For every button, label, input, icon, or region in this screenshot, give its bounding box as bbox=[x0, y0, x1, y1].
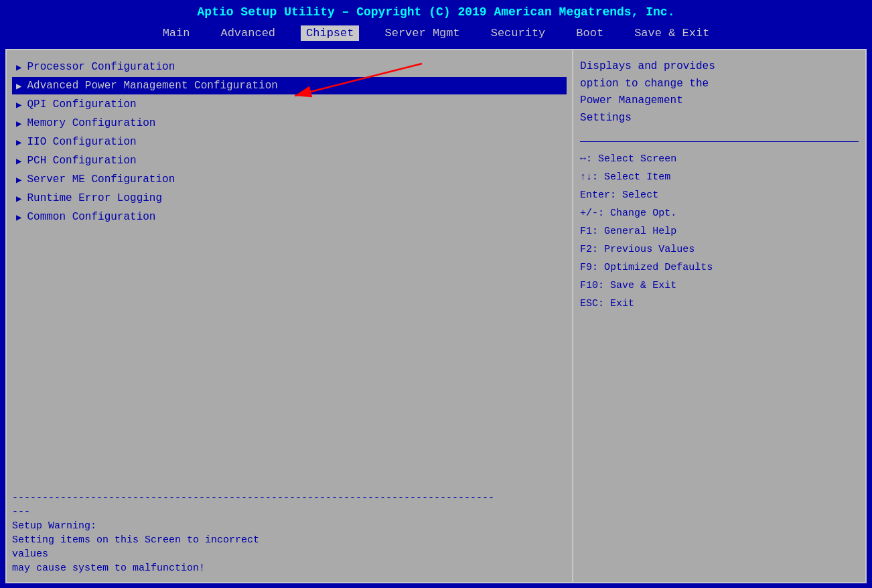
menu-item-chipset[interactable]: Chipset bbox=[301, 25, 359, 41]
menu-item-advanced[interactable]: Advanced bbox=[215, 25, 281, 41]
entry-label: Advanced Power Management Configuration bbox=[27, 80, 277, 92]
warning-line2: values bbox=[12, 548, 567, 560]
menu-item-server-mgmt[interactable]: Server Mgmt bbox=[379, 25, 465, 41]
menu-entry-8[interactable]: ▶Common Configuration bbox=[12, 208, 567, 226]
entry-arrow-icon: ▶ bbox=[16, 174, 21, 186]
entry-arrow-icon: ▶ bbox=[16, 62, 21, 73]
menu-bar: MainAdvancedChipsetServer MgmtSecurityBo… bbox=[0, 21, 872, 46]
help-key-6: F9: Optimized Defaults bbox=[580, 259, 859, 277]
app-title: Aptio Setup Utility – Copyright (C) 2019… bbox=[198, 5, 675, 19]
help-key-7: F10: Save & Exit bbox=[580, 277, 859, 295]
entry-arrow-icon: ▶ bbox=[16, 99, 21, 111]
separator-area: ----------------------------------------… bbox=[12, 479, 567, 504]
entry-arrow-icon: ▶ bbox=[16, 193, 21, 204]
right-divider bbox=[580, 141, 859, 142]
menu-item-save-and-exit[interactable]: Save & Exit bbox=[629, 25, 715, 41]
menu-entry-4[interactable]: ▶IIO Configuration bbox=[12, 133, 567, 151]
entry-label: Server ME Configuration bbox=[27, 173, 175, 186]
help-key-4: F1: General Help bbox=[580, 222, 859, 240]
separator-dashes: ----------------------------------------… bbox=[12, 492, 494, 504]
help-key-5: F2: Previous Values bbox=[580, 240, 859, 259]
entry-label: Processor Configuration bbox=[27, 61, 175, 73]
right-description: Displays and provides option to change t… bbox=[580, 58, 859, 127]
title-bar: Aptio Setup Utility – Copyright (C) 2019… bbox=[0, 0, 872, 21]
menu-entry-5[interactable]: ▶PCH Configuration bbox=[12, 152, 567, 169]
menu-entry-6[interactable]: ▶Server ME Configuration bbox=[12, 171, 567, 188]
help-key-8: ESC: Exit bbox=[580, 295, 859, 313]
menu-item-security[interactable]: Security bbox=[486, 25, 551, 41]
help-keys-section: ↔: Select Screen↑↓: Select ItemEnter: Se… bbox=[580, 150, 859, 313]
help-key-3: +/-: Change Opt. bbox=[580, 204, 859, 222]
menu-entry-7[interactable]: ▶Runtime Error Logging bbox=[12, 190, 567, 207]
separator2: --- bbox=[12, 506, 567, 518]
menu-entry-2[interactable]: ▶QPI Configuration bbox=[12, 96, 567, 113]
left-panel: ▶Processor Configuration▶Advanced Power … bbox=[7, 50, 573, 582]
entry-arrow-icon: ▶ bbox=[16, 118, 21, 129]
entry-arrow-icon: ▶ bbox=[16, 137, 21, 148]
entry-label: IIO Configuration bbox=[27, 136, 136, 148]
entry-label: Runtime Error Logging bbox=[27, 192, 162, 204]
entry-label: PCH Configuration bbox=[27, 155, 136, 167]
entry-arrow-icon: ▶ bbox=[16, 155, 21, 167]
right-panel: Displays and provides option to change t… bbox=[573, 50, 865, 582]
entry-arrow-icon: ▶ bbox=[16, 80, 21, 92]
warning-line3: may cause system to malfunction! bbox=[12, 563, 567, 574]
menu-entry-3[interactable]: ▶Memory Configuration bbox=[12, 115, 567, 132]
entry-arrow-icon: ▶ bbox=[16, 212, 21, 223]
entry-label: Memory Configuration bbox=[27, 117, 155, 129]
warning-line1: Setting items on this Screen to incorrec… bbox=[12, 534, 567, 546]
main-content: ▶Processor Configuration▶Advanced Power … bbox=[5, 49, 867, 583]
entry-label: QPI Configuration bbox=[27, 98, 136, 111]
menu-entry-1[interactable]: ▶Advanced Power Management Configuration bbox=[12, 77, 567, 94]
menu-entry-0[interactable]: ▶Processor Configuration bbox=[12, 58, 567, 76]
warning-title: Setup Warning: bbox=[12, 520, 567, 532]
entry-label: Common Configuration bbox=[27, 211, 155, 223]
help-key-1: ↑↓: Select Item bbox=[580, 168, 859, 186]
help-key-2: Enter: Select bbox=[580, 186, 859, 204]
menu-item-boot[interactable]: Boot bbox=[571, 25, 609, 41]
menu-item-main[interactable]: Main bbox=[157, 25, 196, 41]
help-key-0: ↔: Select Screen bbox=[580, 150, 859, 168]
